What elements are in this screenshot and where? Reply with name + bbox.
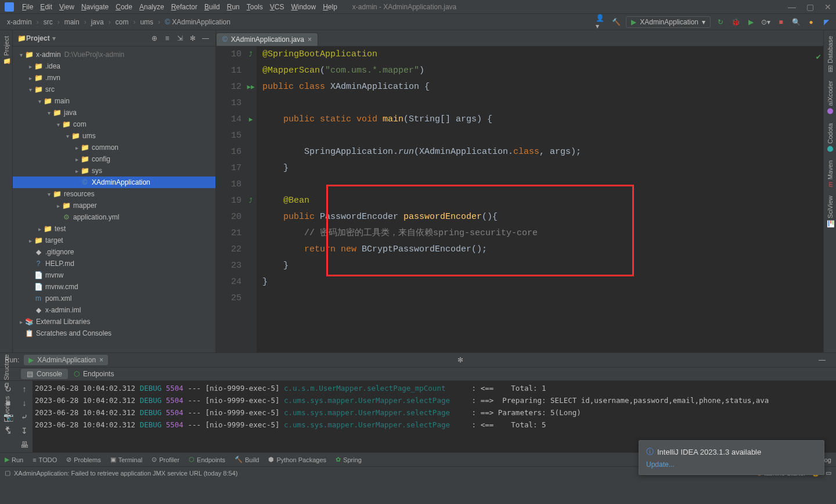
tree-node[interactable]: ⚙application.yml: [13, 211, 215, 223]
run-icon[interactable]: ↻: [715, 17, 726, 27]
inspection-ok-icon[interactable]: ✔: [816, 49, 821, 65]
menu-analyze[interactable]: Analyze: [136, 2, 168, 12]
debug-icon[interactable]: 🐞: [730, 17, 741, 27]
down-icon[interactable]: ↓: [23, 398, 27, 408]
breadcrumb-item[interactable]: java: [89, 18, 106, 26]
tree-node[interactable]: 📄mvnw.cmd: [13, 281, 215, 293]
breadcrumb-item[interactable]: main: [62, 18, 82, 26]
gutter-run-icon[interactable]: ⤴: [249, 193, 253, 209]
breadcrumb-item[interactable]: src: [41, 18, 55, 26]
tree-node[interactable]: ▾📁ums: [13, 130, 215, 142]
endpoints-bottom-tab[interactable]: ⬡Endpoints: [189, 456, 225, 463]
tree-node[interactable]: mpom.xml: [13, 293, 215, 304]
tree-node[interactable]: ▾📁x-adminD:\VueProj\x-admin: [13, 49, 215, 60]
tree-node[interactable]: ▸📁config: [13, 153, 215, 165]
breadcrumb-item[interactable]: © XAdminApplication: [163, 18, 233, 26]
tree-node[interactable]: ▸📁test: [13, 223, 215, 235]
print-icon[interactable]: 🖶: [20, 440, 28, 449]
problems-bottom-tab[interactable]: ⊘Problems: [66, 456, 100, 463]
run-bottom-tab[interactable]: ▶Run: [5, 456, 23, 463]
menu-run[interactable]: Run: [224, 2, 243, 12]
minimize-icon[interactable]: —: [788, 2, 796, 12]
menu-edit[interactable]: Edit: [37, 2, 56, 12]
tree-node[interactable]: ▸📁sys: [13, 165, 215, 177]
ai-icon[interactable]: ●: [806, 17, 816, 27]
gutter-run-icon[interactable]: ⤴: [249, 46, 253, 63]
menu-navigate[interactable]: Navigate: [78, 2, 112, 12]
tree-node[interactable]: 📋Scratches and Consoles: [13, 327, 215, 339]
python-bottom-tab[interactable]: ⬢Python Packages: [268, 456, 326, 463]
console-subtab[interactable]: ▤Console: [21, 369, 68, 379]
menu-window[interactable]: Window: [287, 2, 319, 12]
maximize-icon[interactable]: ▢: [806, 2, 814, 12]
tree-node[interactable]: ©XAdminApplication: [13, 177, 215, 188]
tree-node[interactable]: ◆.gitignore: [13, 246, 215, 258]
hide-icon[interactable]: —: [200, 34, 211, 42]
breadcrumb-item[interactable]: com: [113, 18, 131, 26]
breadcrumb-item[interactable]: x-admin: [5, 18, 34, 26]
menu-view[interactable]: View: [56, 2, 78, 12]
tree-node[interactable]: ?HELP.md: [13, 258, 215, 269]
profiler-icon[interactable]: ⊙▾: [761, 17, 771, 27]
spring-bottom-tab[interactable]: ✿Spring: [336, 456, 362, 463]
close-run-tab-icon[interactable]: ×: [99, 356, 103, 364]
up-icon[interactable]: ↑: [23, 384, 27, 394]
memory-icon[interactable]: ▭: [826, 469, 831, 477]
maven-tab[interactable]: mMaven: [827, 160, 834, 187]
tree-node[interactable]: ▾📁resources: [13, 188, 215, 200]
line-gutter[interactable]: 10111213141516171819202122232425: [216, 46, 245, 352]
run-config-selector[interactable]: ▶ XAdminApplication ▾: [626, 16, 711, 28]
scroll-icon[interactable]: ↧: [21, 426, 28, 435]
menu-help[interactable]: Help: [319, 2, 341, 12]
menu-vcs[interactable]: VCS: [266, 2, 288, 12]
tree-node[interactable]: ▸📁target: [13, 235, 215, 246]
profiler-bottom-tab[interactable]: ⊙Profiler: [152, 456, 179, 463]
breadcrumb-item[interactable]: ums: [138, 18, 156, 26]
tree-node[interactable]: ▸📁.mvn: [13, 72, 215, 84]
close-tab-icon[interactable]: ×: [308, 35, 312, 44]
aixcoder-tab[interactable]: aiXcoder: [827, 81, 834, 114]
run-hide-icon[interactable]: —: [819, 356, 826, 364]
hammer-icon[interactable]: 🔨: [611, 17, 621, 27]
endpoints-subtab[interactable]: ⬡Endpoints: [68, 369, 120, 379]
tree-node[interactable]: ▾📁src: [13, 84, 215, 95]
notification-link[interactable]: Update...: [646, 460, 817, 469]
run-settings-icon[interactable]: ✻: [457, 356, 463, 364]
tree-node[interactable]: ▸📁common: [13, 142, 215, 153]
tree-node[interactable]: ▾📁com: [13, 118, 215, 130]
tree-node[interactable]: ▾📁java: [13, 107, 215, 118]
project-tree[interactable]: ▾📁x-adminD:\VueProj\x-admin▸📁.idea▸📁.mvn…: [13, 46, 215, 352]
tree-node[interactable]: ◆x-admin.iml: [13, 304, 215, 316]
project-toolwindow-tab[interactable]: 📁Project: [2, 36, 10, 66]
menu-tools[interactable]: Tools: [243, 2, 266, 12]
coverage-icon[interactable]: ▶: [745, 17, 756, 27]
tree-node[interactable]: ▾📁main: [13, 95, 215, 107]
expand-icon[interactable]: ≡: [162, 34, 172, 42]
menu-code[interactable]: Code: [112, 2, 136, 12]
code-area[interactable]: @SpringBootApplication@MapperScan("com.u…: [257, 46, 823, 352]
tree-node[interactable]: ▸📚External Libraries: [13, 316, 215, 327]
collapse-icon[interactable]: ⇲: [175, 34, 185, 42]
todo-bottom-tab[interactable]: ≡TODO: [33, 456, 57, 463]
update-notification[interactable]: ⓘIntelliJ IDEA 2023.1.3 available Update…: [639, 440, 824, 475]
database-tab[interactable]: 🗄Database: [827, 36, 834, 72]
gutter-run-icon[interactable]: ▶: [249, 111, 253, 128]
tree-node[interactable]: ▸📁mapper: [13, 200, 215, 211]
menu-build[interactable]: Build: [201, 2, 224, 12]
add-config-icon[interactable]: 👤▾: [596, 17, 606, 27]
codota-tab[interactable]: Codota: [827, 123, 834, 152]
terminal-bottom-tab[interactable]: ▣Terminal: [110, 456, 143, 463]
close-icon[interactable]: ✕: [824, 2, 831, 12]
toolwindows-icon[interactable]: ▢: [5, 469, 10, 477]
sciview-tab[interactable]: 📊SciView: [826, 196, 834, 228]
gutter-run-icon[interactable]: ▶▶: [247, 79, 254, 95]
tree-node[interactable]: 📄mvnw: [13, 269, 215, 281]
tree-node[interactable]: ▸📁.idea: [13, 60, 215, 72]
editor-tab[interactable]: © XAdminApplication.java ×: [216, 33, 318, 46]
wrap-icon[interactable]: ⤶: [21, 412, 28, 422]
stop-icon[interactable]: ■: [776, 17, 786, 27]
structure-tab[interactable]: ⧉Structure: [3, 354, 10, 387]
build-bottom-tab[interactable]: 🔨Build: [235, 456, 259, 463]
settings-icon[interactable]: ✻: [188, 34, 198, 42]
search-icon[interactable]: 🔍: [791, 17, 801, 27]
